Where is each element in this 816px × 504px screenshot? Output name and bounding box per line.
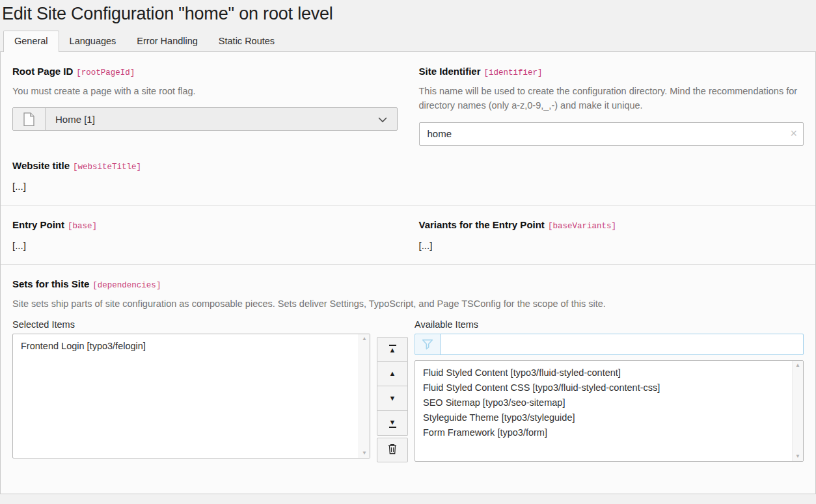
root-page-id-label-text: Root Page ID — [12, 66, 73, 77]
section-entry-point: Entry Point[base] [...] Variants for the… — [1, 205, 815, 264]
site-identifier-tag: [identifier] — [484, 68, 543, 77]
field-website-title: Website title[websiteTitle] [...] — [12, 160, 804, 192]
move-down-button[interactable]: ▼ — [377, 386, 408, 411]
selected-items-listbox[interactable]: Frontend Login [typo3/felogin] ▲ ▼ — [12, 334, 370, 458]
root-page-id-select[interactable]: Home [1] — [46, 108, 397, 130]
scroll-down-icon[interactable]: ▼ — [362, 451, 367, 456]
selected-items-label: Selected Items — [12, 319, 370, 330]
site-identifier-description: This name will be used to create the con… — [419, 84, 804, 113]
available-items-column: Available Items Fluid Styled Content [ty… — [415, 319, 804, 462]
move-to-top-icon: ▲ — [389, 345, 396, 354]
site-identifier-input[interactable] — [419, 122, 804, 146]
available-items-listbox[interactable]: Fluid Styled Content [typo3/fluid-styled… — [415, 360, 804, 462]
field-site-identifier: Site Identifier[identifier] This name wi… — [419, 66, 804, 146]
available-list-item[interactable]: Fluid Styled Content CSS [typo3/fluid-st… — [415, 380, 787, 395]
remove-item-button[interactable] — [377, 438, 408, 462]
section-sets: Sets for this Site[dependencies] Site se… — [1, 264, 815, 475]
tab-panel-general: Root Page ID[rootPageId] You must create… — [0, 51, 816, 494]
sets-dual-select: Selected Items Frontend Login [typo3/fel… — [12, 319, 804, 462]
available-items-filter-input[interactable] — [440, 334, 804, 355]
scroll-up-icon[interactable]: ▲ — [362, 336, 367, 341]
tab-static-routes[interactable]: Static Routes — [208, 31, 285, 51]
site-identifier-input-wrap: × — [419, 122, 804, 146]
entry-point-label: Entry Point[base] — [12, 219, 398, 231]
available-list-item[interactable]: Form Framework [typo3/form] — [415, 425, 787, 440]
root-page-id-select-group: Home [1] — [12, 107, 398, 131]
funnel-icon — [415, 334, 441, 355]
root-page-id-selected-option: Home [1] — [55, 114, 95, 125]
available-items-scrollbar[interactable]: ▲ ▼ — [792, 361, 803, 461]
site-identifier-label-text: Site Identifier — [419, 66, 481, 77]
selected-items-column: Selected Items Frontend Login [typo3/fel… — [12, 319, 370, 462]
root-page-id-label: Root Page ID[rootPageId] — [12, 66, 398, 77]
tab-languages[interactable]: Languages — [59, 31, 127, 51]
move-to-top-button[interactable]: ▲ — [377, 337, 408, 362]
base-variants-label: Variants for the Entry Point[baseVariant… — [419, 219, 804, 231]
root-page-id-tag: [rootPageId] — [76, 68, 135, 77]
list-control-buttons: ▲ ▲ ▼ ▼ — [377, 319, 408, 462]
section-identity: Root Page ID[rootPageId] You must create… — [1, 52, 815, 205]
scroll-down-icon[interactable]: ▼ — [795, 454, 800, 459]
tab-general[interactable]: General — [3, 31, 59, 52]
scroll-up-icon[interactable]: ▲ — [795, 363, 800, 368]
entry-point-tag: [base] — [68, 222, 97, 231]
move-up-icon: ▲ — [389, 370, 396, 377]
clear-icon[interactable]: × — [790, 127, 797, 140]
available-list-item[interactable]: Fluid Styled Content [typo3/fluid-styled… — [415, 365, 787, 380]
base-variants-label-text: Variants for the Entry Point — [419, 219, 545, 230]
page-title: Edit Site Configuration "home" on root l… — [0, 0, 816, 29]
tab-bar: General Languages Error Handling Static … — [0, 29, 816, 51]
site-identifier-label: Site Identifier[identifier] — [419, 66, 804, 77]
website-title-collapsed-value: [...] — [12, 181, 804, 192]
move-to-bottom-icon: ▼ — [389, 419, 396, 428]
chevron-down-icon — [378, 114, 387, 125]
sets-label: Sets for this Site[dependencies] — [12, 278, 804, 290]
field-base-variants: Variants for the Entry Point[baseVariant… — [419, 219, 804, 251]
website-title-label: Website title[websiteTitle] — [12, 160, 804, 172]
field-root-page-id: Root Page ID[rootPageId] You must create… — [12, 66, 398, 146]
move-down-icon: ▼ — [389, 395, 396, 402]
available-items-label: Available Items — [415, 319, 804, 330]
selected-items-scrollbar[interactable]: ▲ ▼ — [359, 334, 370, 458]
entry-point-collapsed-value: [...] — [12, 240, 398, 251]
base-variants-tag: [baseVariants] — [548, 222, 616, 231]
trash-icon — [387, 443, 398, 458]
page-icon — [13, 108, 46, 130]
tab-error-handling[interactable]: Error Handling — [126, 31, 208, 51]
sets-label-text: Sets for this Site — [12, 278, 89, 289]
move-to-bottom-button[interactable]: ▼ — [377, 411, 408, 436]
sets-description: Site sets ship parts of site configurati… — [12, 297, 804, 311]
move-up-button[interactable]: ▲ — [377, 362, 408, 386]
available-list-item[interactable]: SEO Sitemap [typo3/seo-sitemap] — [415, 395, 787, 410]
available-list-item[interactable]: Styleguide Theme [typo3/styleguide] — [415, 410, 787, 425]
field-entry-point: Entry Point[base] [...] — [12, 219, 398, 251]
root-page-id-description: You must create a page with a site root … — [12, 84, 398, 98]
website-title-label-text: Website title — [12, 160, 70, 171]
website-title-tag: [websiteTitle] — [73, 163, 141, 172]
available-items-filter-row — [415, 334, 804, 355]
selected-list-item[interactable]: Frontend Login [typo3/felogin] — [13, 339, 354, 354]
entry-point-label-text: Entry Point — [12, 219, 64, 230]
move-button-group: ▲ ▲ ▼ ▼ — [377, 337, 408, 436]
sets-tag: [dependencies] — [92, 281, 161, 290]
base-variants-collapsed-value: [...] — [419, 240, 804, 251]
